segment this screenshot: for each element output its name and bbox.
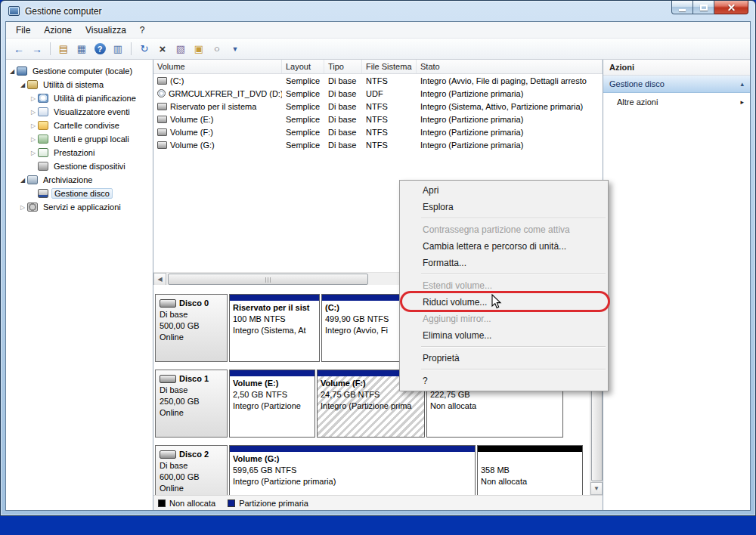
legend: Non allocata Partizione primaria <box>153 495 603 510</box>
volume-row-f[interactable]: Volume (F:) Semplice Di base NTFS Integr… <box>153 125 603 138</box>
tree-item-cartelle-condivise[interactable]: Cartelle condivise <box>6 119 153 132</box>
partition-riservato-sistema[interactable]: Riservato per il sist 100 MB NTFS Integr… <box>229 294 320 362</box>
tree-item-gestione-dispositivi[interactable]: Gestione dispositivi <box>6 159 153 173</box>
scroll-down-icon[interactable] <box>590 482 603 495</box>
menu-separator <box>400 344 608 350</box>
tree-item-archiviazione[interactable]: Archiviazione <box>6 173 153 187</box>
maximize-button[interactable] <box>693 1 714 14</box>
partition-title: Volume (G:) <box>233 453 472 465</box>
expander-icon[interactable] <box>29 95 38 102</box>
menu-help[interactable]: ? <box>133 23 152 37</box>
partition-size: 100 MB NTFS <box>233 314 316 325</box>
column-header-stato[interactable]: Stato <box>417 60 603 73</box>
open-icon[interactable]: ▣ <box>191 41 207 57</box>
tree-item-utenti-gruppi[interactable]: Utenti e gruppi locali <box>6 132 153 146</box>
partition-color-bar <box>230 446 475 452</box>
device-manager-icon <box>38 162 48 171</box>
properties-icon[interactable]: ▧ <box>172 41 189 57</box>
volume-row-d[interactable]: GRMCULXFRER_IT_DVD (D:) Semplice Di base… <box>153 87 603 100</box>
window-controls <box>671 1 748 14</box>
actions-item-altre-azioni[interactable]: Altre azioni <box>603 93 750 110</box>
tree-item-utilita-pianificazione[interactable]: Utilità di pianificazione <box>6 91 153 105</box>
tree-item-label: Prestazioni <box>51 147 97 158</box>
volume-row-g[interactable]: Volume (G:) Semplice Di base NTFS Integr… <box>153 138 603 151</box>
disk-label-disco-0[interactable]: Disco 0 Di base 500,00 GB Online <box>155 294 228 362</box>
context-menu-item-elimina-volume[interactable]: Elimina volume... <box>400 327 608 344</box>
help-icon[interactable]: ? <box>91 41 108 57</box>
volume-row-c[interactable]: (C:) Semplice Di base NTFS Integro (Avvi… <box>153 74 603 87</box>
disk-type: Di base <box>160 385 223 396</box>
titlebar[interactable]: Gestione computer <box>1 1 755 21</box>
forward-icon[interactable]: → <box>29 41 45 57</box>
tree-item-gestione-disco[interactable]: Gestione disco <box>6 187 153 200</box>
context-menu-item-proprieta[interactable]: Proprietà <box>400 350 608 366</box>
unallocated-space-disk2[interactable]: 358 MB Non allocata <box>477 445 583 495</box>
volume-row-riservato[interactable]: Riservato per il sistema Semplice Di bas… <box>153 100 603 113</box>
item-label: Altre azioni <box>617 97 658 107</box>
column-header-tipo[interactable]: Tipo <box>324 60 362 73</box>
column-header-layout[interactable]: Layout <box>282 60 324 73</box>
expander-icon[interactable] <box>29 136 38 143</box>
disk-status: Online <box>160 332 223 343</box>
collapse-icon[interactable] <box>740 80 744 88</box>
menu-file[interactable]: File <box>9 23 37 37</box>
volume-name: Riservato per il sistema <box>170 102 256 111</box>
tree-item-visualizzatore-eventi[interactable]: Visualizzatore eventi <box>6 105 153 119</box>
context-menu-item-help[interactable]: ? <box>400 373 608 389</box>
find-icon[interactable]: ○ <box>209 41 225 57</box>
expander-icon[interactable] <box>29 109 38 116</box>
scroll-left-icon[interactable] <box>153 273 166 286</box>
system-tools-icon <box>27 80 38 89</box>
disk-icon <box>160 375 176 383</box>
export-list-icon[interactable]: ▦ <box>73 41 90 57</box>
context-menu-item-cambia-lettera[interactable]: Cambia lettera e percorso di unità... <box>400 238 608 255</box>
expander-icon[interactable] <box>18 177 27 184</box>
cell-tipo: Di base <box>324 76 362 85</box>
context-menu-item-apri[interactable]: Apri <box>400 182 608 199</box>
disk-label-disco-2[interactable]: Disco 2 Di base 600,00 GB Online <box>155 445 228 495</box>
close-button[interactable] <box>714 1 748 14</box>
scrollbar-thumb[interactable] <box>168 274 368 285</box>
tree-item-label: Utilità di sistema <box>41 79 106 90</box>
partition-title <box>481 453 579 465</box>
minimize-button[interactable] <box>671 1 693 14</box>
tree-item-servizi-applicazioni[interactable]: Servizi e applicazioni <box>6 200 153 214</box>
cell-filesystem: UDF <box>362 89 417 98</box>
expander-icon[interactable] <box>18 82 27 88</box>
expander-icon[interactable] <box>8 68 17 75</box>
partition-g[interactable]: Volume (G:) 599,65 GB NTFS Integro (Part… <box>229 445 476 495</box>
column-header-volume[interactable]: Volume <box>153 60 282 73</box>
performance-icon <box>38 148 48 157</box>
partition-color-bar <box>230 295 319 301</box>
refresh-icon[interactable]: ↻ <box>136 41 153 57</box>
volume-name: Volume (E:) <box>170 115 213 124</box>
volume-name: (C:) <box>170 76 184 85</box>
app-icon <box>8 6 20 16</box>
tree-item-utilita-di-sistema[interactable]: Utilità di sistema <box>6 78 153 91</box>
filter-icon[interactable]: ▼ <box>227 41 243 57</box>
expander-icon[interactable] <box>29 150 38 156</box>
partition-e[interactable]: Volume (E:) 2,50 GB NTFS Integro (Partiz… <box>229 370 315 438</box>
disk-type: Di base <box>160 309 223 320</box>
column-header-filesystem[interactable]: File Sistema <box>362 60 417 73</box>
tree-item-gestione-computer[interactable]: Gestione computer (locale) <box>6 64 153 78</box>
actions-section-gestione-disco[interactable]: Gestione disco <box>603 76 750 93</box>
show-console-tree-icon[interactable]: ▤ <box>55 41 72 57</box>
delete-icon[interactable]: × <box>154 41 171 57</box>
show-action-pane-icon[interactable]: ▥ <box>110 41 126 57</box>
menu-azione[interactable]: Azione <box>37 23 79 37</box>
menu-visualizza[interactable]: Visualizza <box>79 23 133 37</box>
disk-label-disco-1[interactable]: Disco 1 Di base 250,00 GB Online <box>155 370 228 438</box>
expander-icon[interactable] <box>18 204 27 211</box>
expander-icon[interactable] <box>29 122 38 129</box>
context-menu-item-formatta[interactable]: Formatta... <box>400 255 608 271</box>
disk-management-icon <box>38 189 48 198</box>
volume-row-e[interactable]: Volume (E:) Semplice Di base NTFS Integr… <box>153 113 603 125</box>
tree-item-prestazioni[interactable]: Prestazioni <box>6 146 153 159</box>
cell-layout: Semplice <box>282 89 324 98</box>
cell-volume: Volume (G:) <box>153 141 282 150</box>
back-icon[interactable]: ← <box>11 41 27 57</box>
tree-item-label: Visualizzatore eventi <box>51 107 132 117</box>
context-menu-item-esplora[interactable]: Esplora <box>400 199 608 215</box>
tree-item-label: Gestione dispositivi <box>51 161 128 172</box>
